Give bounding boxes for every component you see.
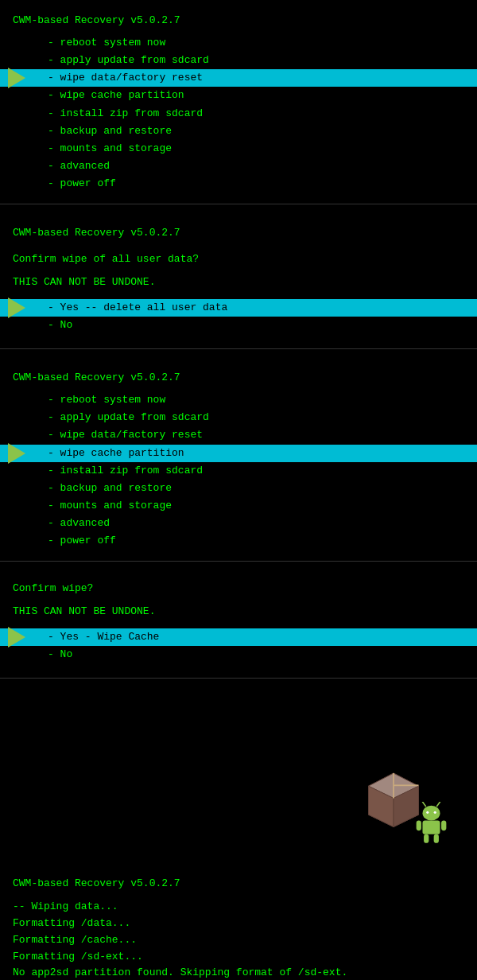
section2-title: CWM-based Recovery v5.0.2.7 xyxy=(0,220,477,243)
menu-item-4[interactable]: - wipe cache partition xyxy=(0,87,477,104)
svg-rect-15 xyxy=(434,834,439,843)
s3-menu-item-7[interactable]: - mounts and storage xyxy=(0,497,477,515)
svg-line-8 xyxy=(437,802,440,807)
confirm-no-button[interactable]: - No xyxy=(0,317,477,334)
s3-menu-item-5[interactable]: - install zip from sdcard xyxy=(0,462,477,480)
selection-arrow-2 xyxy=(8,299,25,317)
log-line-5: No app2sd partition found. Skipping form… xyxy=(13,965,464,980)
svg-rect-13 xyxy=(441,821,446,831)
section-3: CWM-based Recovery v5.0.2.7 - reboot sys… xyxy=(0,349,477,562)
log-line-1: -- Wiping data... xyxy=(13,899,464,916)
s3-menu-item-6[interactable]: - backup and restore xyxy=(0,480,477,497)
svg-rect-12 xyxy=(417,821,421,831)
menu-item-6[interactable]: - backup and restore xyxy=(0,122,477,140)
section3-menu: - reboot system now - apply update from … xyxy=(0,388,477,553)
android-figure-icon xyxy=(409,802,453,846)
section4-confirm1: Confirm wipe? xyxy=(0,578,477,601)
log-container: CWM-based Recovery v5.0.2.7 -- Wiping da… xyxy=(0,869,477,980)
section5-title: CWM-based Recovery v5.0.2.7 xyxy=(13,877,464,896)
svg-point-9 xyxy=(426,811,429,814)
s3-menu-item-4[interactable]: - wipe cache partition xyxy=(0,445,477,462)
svg-line-7 xyxy=(423,802,426,807)
s3-menu-item-8[interactable]: - advanced xyxy=(0,515,477,532)
wipecache-yes-button[interactable]: - Yes - Wipe Cache xyxy=(0,628,477,646)
menu-item-3[interactable]: - wipe data/factory reset xyxy=(0,69,477,87)
section-1: CWM-based Recovery v5.0.2.7 - reboot sys… xyxy=(0,0,477,204)
selection-arrow-4 xyxy=(8,628,25,646)
s3-menu-item-3[interactable]: - wipe data/factory reset xyxy=(0,426,477,444)
log-line-4: Formatting /sd-ext... xyxy=(13,949,464,966)
section2-confirm1: Confirm wipe of all user data? xyxy=(0,248,477,271)
log-line-2: Formatting /data... xyxy=(13,916,464,932)
confirm-yes-button[interactable]: - Yes -- delete all user data xyxy=(0,299,477,317)
section2-confirm2: THIS CAN NOT BE UNDONE. xyxy=(0,271,477,294)
section1-title: CWM-based Recovery v5.0.2.7 xyxy=(0,8,477,31)
section3-title: CWM-based Recovery v5.0.2.7 xyxy=(0,365,477,388)
log-line-3: Formatting /cache... xyxy=(13,932,464,949)
s3-menu-item-9[interactable]: - power off xyxy=(0,532,477,550)
section4-confirm2: THIS CAN NOT BE UNDONE. xyxy=(0,601,477,624)
s3-menu-item-2[interactable]: - apply update from sdcard xyxy=(0,409,477,426)
blank-section xyxy=(0,679,477,854)
menu-item-1[interactable]: - reboot system now xyxy=(0,34,477,52)
menu-item-9[interactable]: - power off xyxy=(0,175,477,192)
menu-item-2[interactable]: - apply update from sdcard xyxy=(0,52,477,69)
section-5: CWM-based Recovery v5.0.2.7 -- Wiping da… xyxy=(0,854,477,980)
svg-rect-14 xyxy=(424,834,429,843)
s3-menu-item-1[interactable]: - reboot system now xyxy=(0,391,477,409)
svg-point-6 xyxy=(423,806,440,821)
selection-arrow xyxy=(8,69,25,87)
wipecache-no-button[interactable]: - No xyxy=(0,646,477,663)
section1-menu: - reboot system now - apply update from … xyxy=(0,31,477,196)
selection-arrow-3 xyxy=(8,445,25,462)
svg-point-10 xyxy=(434,811,436,814)
svg-rect-11 xyxy=(423,821,440,834)
section-4: Confirm wipe? THIS CAN NOT BE UNDONE. - … xyxy=(0,562,477,679)
menu-item-8[interactable]: - advanced xyxy=(0,158,477,175)
section-2: CWM-based Recovery v5.0.2.7 Confirm wipe… xyxy=(0,204,477,349)
menu-item-5[interactable]: - install zip from sdcard xyxy=(0,105,477,122)
menu-item-7[interactable]: - mounts and storage xyxy=(0,140,477,158)
